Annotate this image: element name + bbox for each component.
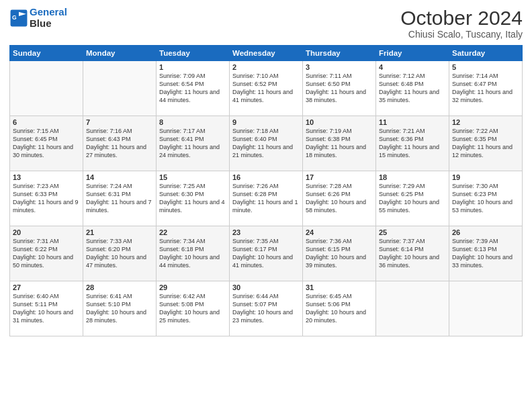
calendar-cell: 23Sunrise: 7:35 AM Sunset: 6:17 PM Dayli… — [230, 226, 303, 281]
day-number: 15 — [159, 173, 226, 181]
day-details: Sunrise: 7:34 AM Sunset: 6:18 PM Dayligh… — [159, 237, 226, 270]
day-number: 11 — [379, 118, 446, 126]
day-number: 29 — [159, 283, 226, 291]
day-header-friday: Friday — [376, 46, 449, 61]
calendar-cell: 3Sunrise: 7:11 AM Sunset: 6:50 PM Daylig… — [303, 61, 376, 116]
day-header-saturday: Saturday — [449, 46, 523, 61]
svg-text:G: G — [12, 13, 17, 20]
day-number: 26 — [452, 228, 519, 236]
day-details: Sunrise: 7:31 AM Sunset: 6:22 PM Dayligh… — [13, 237, 80, 270]
day-number: 12 — [452, 118, 519, 126]
day-details: Sunrise: 7:28 AM Sunset: 6:26 PM Dayligh… — [306, 182, 373, 215]
month-title: October 2024 — [400, 7, 523, 29]
day-details: Sunrise: 7:11 AM Sunset: 6:50 PM Dayligh… — [306, 72, 373, 105]
location-subtitle: Chiusi Scalo, Tuscany, Italy — [400, 29, 523, 40]
day-details: Sunrise: 7:36 AM Sunset: 6:15 PM Dayligh… — [306, 237, 373, 270]
calendar-cell: 9Sunrise: 7:18 AM Sunset: 6:40 PM Daylig… — [230, 116, 303, 171]
logo-icon: G — [9, 9, 28, 28]
day-details: Sunrise: 7:09 AM Sunset: 6:54 PM Dayligh… — [159, 72, 226, 105]
day-number: 16 — [232, 173, 300, 181]
calendar-cell: 18Sunrise: 7:29 AM Sunset: 6:25 PM Dayli… — [376, 171, 449, 226]
calendar-cell: 11Sunrise: 7:21 AM Sunset: 6:36 PM Dayli… — [376, 116, 449, 171]
calendar-table: SundayMondayTuesdayWednesdayThursdayFrid… — [9, 45, 523, 336]
day-header-wednesday: Wednesday — [230, 46, 303, 61]
day-number: 13 — [13, 173, 80, 181]
day-details: Sunrise: 7:25 AM Sunset: 6:30 PM Dayligh… — [159, 182, 226, 215]
day-details: Sunrise: 7:33 AM Sunset: 6:20 PM Dayligh… — [86, 237, 153, 270]
calendar-cell: 25Sunrise: 7:37 AM Sunset: 6:14 PM Dayli… — [376, 226, 449, 281]
calendar-cell — [449, 281, 523, 336]
day-number: 6 — [13, 118, 80, 126]
calendar-cell: 10Sunrise: 7:19 AM Sunset: 6:38 PM Dayli… — [303, 116, 376, 171]
calendar-cell: 27Sunrise: 6:40 AM Sunset: 5:11 PM Dayli… — [10, 281, 83, 336]
day-number: 8 — [159, 118, 226, 126]
day-details: Sunrise: 7:17 AM Sunset: 6:41 PM Dayligh… — [159, 127, 226, 160]
calendar-cell: 24Sunrise: 7:36 AM Sunset: 6:15 PM Dayli… — [303, 226, 376, 281]
day-details: Sunrise: 7:35 AM Sunset: 6:17 PM Dayligh… — [232, 237, 300, 270]
week-row-4: 20Sunrise: 7:31 AM Sunset: 6:22 PM Dayli… — [10, 226, 523, 281]
calendar-cell: 6Sunrise: 7:15 AM Sunset: 6:45 PM Daylig… — [10, 116, 83, 171]
header-row: SundayMondayTuesdayWednesdayThursdayFrid… — [10, 46, 523, 61]
header: G General Blue October 2024 Chiusi Scalo… — [9, 7, 523, 40]
day-details: Sunrise: 7:37 AM Sunset: 6:14 PM Dayligh… — [379, 237, 446, 270]
calendar-cell: 30Sunrise: 6:44 AM Sunset: 5:07 PM Dayli… — [230, 281, 303, 336]
logo-text: General Blue — [30, 7, 67, 29]
calendar-cell: 12Sunrise: 7:22 AM Sunset: 6:35 PM Dayli… — [449, 116, 523, 171]
day-details: Sunrise: 7:21 AM Sunset: 6:36 PM Dayligh… — [379, 127, 446, 160]
day-details: Sunrise: 7:24 AM Sunset: 6:31 PM Dayligh… — [86, 182, 153, 215]
day-number: 4 — [379, 63, 446, 71]
day-details: Sunrise: 7:30 AM Sunset: 6:23 PM Dayligh… — [452, 182, 519, 215]
calendar-cell: 22Sunrise: 7:34 AM Sunset: 6:18 PM Dayli… — [157, 226, 230, 281]
calendar-cell: 29Sunrise: 6:42 AM Sunset: 5:08 PM Dayli… — [157, 281, 230, 336]
calendar-cell: 1Sunrise: 7:09 AM Sunset: 6:54 PM Daylig… — [157, 61, 230, 116]
calendar-cell: 2Sunrise: 7:10 AM Sunset: 6:52 PM Daylig… — [230, 61, 303, 116]
day-number: 7 — [86, 118, 153, 126]
day-number: 20 — [13, 228, 80, 236]
calendar-cell: 17Sunrise: 7:28 AM Sunset: 6:26 PM Dayli… — [303, 171, 376, 226]
day-number: 1 — [159, 63, 226, 71]
calendar-cell: 15Sunrise: 7:25 AM Sunset: 6:30 PM Dayli… — [157, 171, 230, 226]
day-number: 17 — [306, 173, 373, 181]
calendar-cell: 19Sunrise: 7:30 AM Sunset: 6:23 PM Dayli… — [449, 171, 523, 226]
day-number: 18 — [379, 173, 446, 181]
title-block: October 2024 Chiusi Scalo, Tuscany, Ital… — [400, 7, 523, 40]
calendar-cell: 16Sunrise: 7:26 AM Sunset: 6:28 PM Dayli… — [230, 171, 303, 226]
calendar-cell: 14Sunrise: 7:24 AM Sunset: 6:31 PM Dayli… — [83, 171, 157, 226]
calendar-cell: 4Sunrise: 7:12 AM Sunset: 6:48 PM Daylig… — [376, 61, 449, 116]
day-details: Sunrise: 7:16 AM Sunset: 6:43 PM Dayligh… — [86, 127, 153, 160]
day-number: 2 — [232, 63, 300, 71]
calendar-cell: 8Sunrise: 7:17 AM Sunset: 6:41 PM Daylig… — [157, 116, 230, 171]
week-row-2: 6Sunrise: 7:15 AM Sunset: 6:45 PM Daylig… — [10, 116, 523, 171]
day-number: 28 — [86, 283, 153, 291]
day-details: Sunrise: 7:12 AM Sunset: 6:48 PM Dayligh… — [379, 72, 446, 105]
calendar-page: G General Blue October 2024 Chiusi Scalo… — [0, 0, 532, 411]
day-details: Sunrise: 7:29 AM Sunset: 6:25 PM Dayligh… — [379, 182, 446, 215]
calendar-cell: 21Sunrise: 7:33 AM Sunset: 6:20 PM Dayli… — [83, 226, 157, 281]
day-details: Sunrise: 7:26 AM Sunset: 6:28 PM Dayligh… — [232, 182, 300, 215]
calendar-cell — [376, 281, 449, 336]
calendar-cell: 31Sunrise: 6:45 AM Sunset: 5:06 PM Dayli… — [303, 281, 376, 336]
day-details: Sunrise: 7:18 AM Sunset: 6:40 PM Dayligh… — [232, 127, 300, 160]
logo: G General Blue — [9, 7, 67, 29]
day-number: 25 — [379, 228, 446, 236]
week-row-1: 1Sunrise: 7:09 AM Sunset: 6:54 PM Daylig… — [10, 61, 523, 116]
calendar-cell — [10, 61, 83, 116]
day-number: 5 — [452, 63, 519, 71]
day-number: 10 — [306, 118, 373, 126]
day-details: Sunrise: 6:40 AM Sunset: 5:11 PM Dayligh… — [13, 292, 80, 325]
day-header-sunday: Sunday — [10, 46, 83, 61]
week-row-3: 13Sunrise: 7:23 AM Sunset: 6:33 PM Dayli… — [10, 171, 523, 226]
calendar-cell: 7Sunrise: 7:16 AM Sunset: 6:43 PM Daylig… — [83, 116, 157, 171]
day-details: Sunrise: 7:15 AM Sunset: 6:45 PM Dayligh… — [13, 127, 80, 160]
day-details: Sunrise: 7:39 AM Sunset: 6:13 PM Dayligh… — [452, 237, 519, 270]
day-details: Sunrise: 6:41 AM Sunset: 5:10 PM Dayligh… — [86, 292, 153, 325]
day-details: Sunrise: 7:22 AM Sunset: 6:35 PM Dayligh… — [452, 127, 519, 160]
calendar-cell: 13Sunrise: 7:23 AM Sunset: 6:33 PM Dayli… — [10, 171, 83, 226]
calendar-cell: 28Sunrise: 6:41 AM Sunset: 5:10 PM Dayli… — [83, 281, 157, 336]
day-details: Sunrise: 7:19 AM Sunset: 6:38 PM Dayligh… — [306, 127, 373, 160]
day-details: Sunrise: 6:44 AM Sunset: 5:07 PM Dayligh… — [232, 292, 300, 325]
day-details: Sunrise: 7:10 AM Sunset: 6:52 PM Dayligh… — [232, 72, 300, 105]
day-number: 24 — [306, 228, 373, 236]
day-details: Sunrise: 7:14 AM Sunset: 6:47 PM Dayligh… — [452, 72, 519, 105]
day-header-thursday: Thursday — [303, 46, 376, 61]
